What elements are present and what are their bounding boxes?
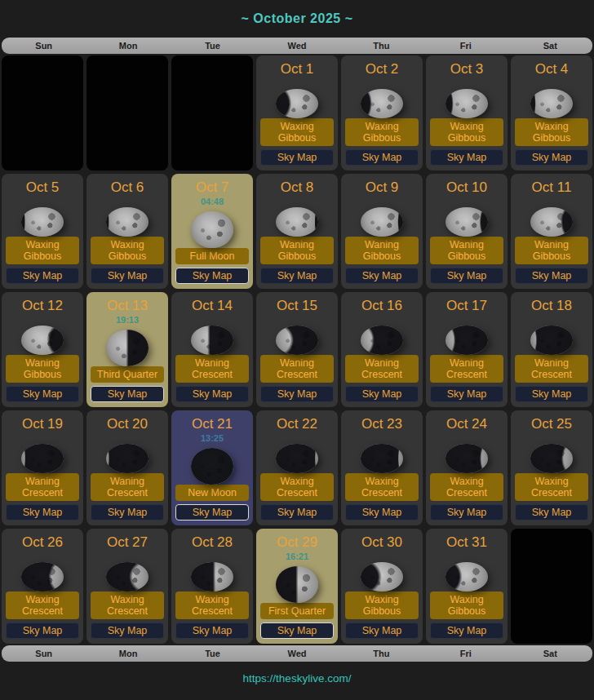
- sky-map-button[interactable]: Sky Map: [430, 504, 503, 521]
- moon-shadow-overlay: [106, 207, 148, 237]
- sky-map-button[interactable]: Sky Map: [430, 268, 503, 284]
- phase-event-time: [511, 78, 592, 86]
- moon-image: [361, 89, 403, 118]
- day-cell: Oct 26 Waxing Crescent Sky Map: [2, 529, 83, 644]
- phase-event-time: [171, 551, 253, 559]
- sky-map-button[interactable]: Sky Map: [260, 504, 334, 521]
- weekday-label: Sun: [2, 649, 86, 658]
- moon-shadow-overlay: [106, 562, 148, 591]
- day-cell: Oct 14 Waning Crescent Sky Map: [171, 292, 253, 407]
- sky-map-button[interactable]: Sky Map: [430, 386, 503, 402]
- phase-badge: Waxing Crescent: [515, 473, 588, 501]
- sky-map-button[interactable]: Sky Map: [91, 386, 164, 402]
- moon-image: [361, 326, 403, 355]
- sky-map-button[interactable]: Sky Map: [430, 149, 503, 166]
- sky-map-button[interactable]: Sky Map: [430, 622, 503, 639]
- page-title: ~ October 2025 ~: [0, 0, 594, 38]
- day-date: Oct 30: [341, 534, 423, 551]
- sky-map-button[interactable]: Sky Map: [260, 622, 334, 639]
- sky-map-button[interactable]: Sky Map: [345, 149, 419, 166]
- moon-image: [191, 211, 233, 248]
- moon-image: [106, 207, 148, 237]
- sky-map-button[interactable]: Sky Map: [175, 504, 249, 521]
- sky-map-button[interactable]: Sky Map: [515, 504, 588, 521]
- sky-map-button[interactable]: Sky Map: [515, 149, 588, 166]
- moon-shadow-overlay: [276, 89, 318, 118]
- moon-image: [361, 444, 403, 473]
- moon-shadow-overlay: [276, 326, 318, 355]
- phase-event-time: [256, 196, 338, 204]
- day-date: Oct 10: [426, 179, 508, 196]
- phase-badge: Waning Gibbous: [345, 237, 419, 264]
- moon-image: [276, 566, 318, 603]
- sky-map-button[interactable]: Sky Map: [175, 622, 249, 639]
- day-date: Oct 11: [511, 179, 592, 196]
- moon-image: [106, 444, 148, 473]
- weekday-label: Fri: [423, 649, 508, 658]
- moon-shadow-overlay: [446, 562, 488, 591]
- sky-map-button[interactable]: Sky Map: [6, 386, 79, 402]
- moon-image: [276, 326, 318, 355]
- day-date: Oct 21: [171, 416, 253, 432]
- moon-shadow-overlay: [191, 326, 233, 355]
- phase-event-time: [511, 314, 592, 322]
- moon-image: [106, 330, 148, 366]
- sky-map-button[interactable]: Sky Map: [91, 268, 164, 284]
- sky-map-button[interactable]: Sky Map: [6, 268, 79, 284]
- phase-badge: Waxing Gibbous: [430, 118, 503, 146]
- phase-event-time: [511, 196, 592, 204]
- day-date: Oct 24: [426, 416, 508, 432]
- phase-badge: Waxing Gibbous: [260, 118, 334, 146]
- site-url[interactable]: https://theskylive.com/: [0, 662, 594, 695]
- weekday-label: Fri: [423, 41, 508, 51]
- sky-map-button[interactable]: Sky Map: [515, 386, 588, 402]
- day-cell: Oct 15 Waning Crescent Sky Map: [256, 292, 338, 407]
- moon-shadow-overlay: [361, 562, 403, 591]
- sky-map-button[interactable]: Sky Map: [175, 386, 249, 402]
- phase-event-time: [2, 314, 83, 322]
- moon-image: [276, 444, 318, 473]
- phase-badge: New Moon: [175, 485, 249, 501]
- sky-map-button[interactable]: Sky Map: [175, 268, 249, 284]
- sky-map-button[interactable]: Sky Map: [345, 268, 419, 284]
- phase-badge: Waxing Crescent: [260, 473, 334, 501]
- sky-map-button[interactable]: Sky Map: [345, 386, 419, 402]
- sky-map-button[interactable]: Sky Map: [6, 622, 79, 639]
- sky-map-button[interactable]: Sky Map: [260, 268, 334, 284]
- sky-map-button[interactable]: Sky Map: [260, 386, 334, 402]
- phase-badge: Third Quarter: [91, 366, 164, 383]
- day-cell: Oct 23 Waxing Crescent Sky Map: [341, 410, 423, 525]
- day-cell: Oct 18 Waning Crescent Sky Map: [511, 292, 592, 407]
- empty-cell: [2, 55, 83, 171]
- sky-map-button[interactable]: Sky Map: [91, 622, 164, 639]
- sky-map-button[interactable]: Sky Map: [345, 504, 419, 521]
- moon-shadow-overlay: [191, 448, 233, 485]
- moon-image: [21, 562, 64, 591]
- sky-map-button[interactable]: Sky Map: [6, 504, 79, 521]
- phase-event-time: [426, 551, 508, 559]
- moon-image: [191, 448, 233, 485]
- phase-badge: Waning Crescent: [6, 473, 79, 501]
- phase-event-time: [426, 196, 508, 204]
- day-cell: Oct 7 04:48 Full Moon Sky Map: [171, 174, 253, 289]
- moon-image: [446, 326, 488, 355]
- sky-map-button[interactable]: Sky Map: [91, 504, 164, 521]
- weekday-label: Tue: [171, 41, 255, 51]
- day-date: Oct 19: [2, 416, 83, 432]
- phase-event-time: [426, 78, 508, 86]
- sky-map-button[interactable]: Sky Map: [345, 622, 419, 639]
- moon-shadow-overlay: [361, 444, 403, 473]
- phase-badge: Waxing Gibbous: [345, 591, 419, 619]
- phase-event-time: [2, 551, 83, 559]
- moon-shadow-overlay: [446, 444, 488, 473]
- sky-map-button[interactable]: Sky Map: [260, 149, 334, 166]
- moon-shadow-overlay: [446, 207, 488, 237]
- phase-badge: First Quarter: [260, 603, 334, 619]
- day-date: Oct 22: [256, 416, 338, 432]
- moon-shadow-overlay: [276, 444, 318, 473]
- moon-image: [21, 207, 64, 237]
- moon-image: [21, 444, 64, 473]
- sky-map-button[interactable]: Sky Map: [515, 268, 588, 284]
- phase-badge: Waning Gibbous: [6, 355, 79, 383]
- moon-image: [191, 326, 233, 355]
